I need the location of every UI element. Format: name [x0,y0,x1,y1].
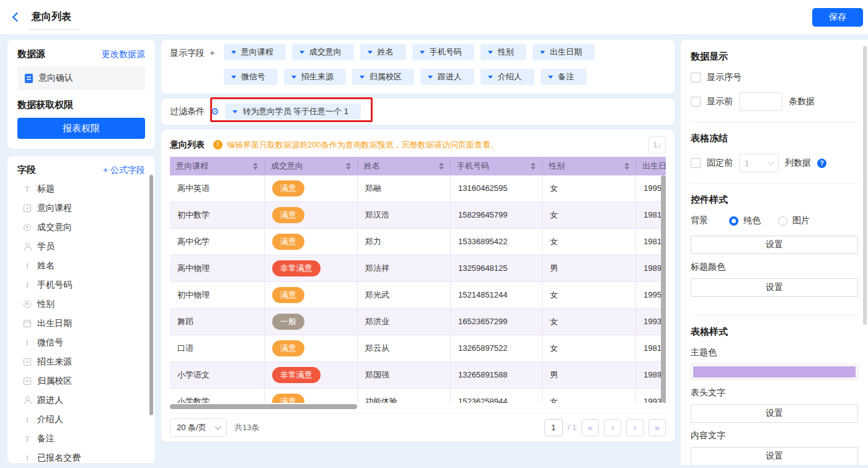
column-header-label: 手机号码 [457,161,489,172]
cell-name: 郑洪业 [358,309,451,335]
theme-color-picker[interactable] [691,364,858,380]
bg-solid-radio[interactable] [729,216,738,226]
report-permission-button[interactable]: 报表权限 [17,118,145,139]
add-display-field-button[interactable]: + [210,47,215,58]
field-item[interactable]: I姓名 [17,256,145,275]
field-item[interactable]: 跟进人 [17,391,145,410]
field-label: 介绍人 [37,414,63,425]
content-text-set-button[interactable]: 设置 [691,447,858,465]
display-field-tag[interactable]: 备注 [541,69,587,85]
header-text-label: 表头文字 [691,387,858,399]
table-style-title: 表格样式 [691,326,858,338]
help-icon[interactable]: ? [817,159,826,168]
table-panel: 意向列表 ! 编辑界面只取数据源前200条作为查询数据预览，完整数据请访问页面查… [161,130,675,441]
show-index-checkbox[interactable] [691,73,701,82]
display-field-tag[interactable]: 跟进人 [420,69,474,85]
fields-title: 字段 [17,164,36,176]
change-datasource-link[interactable]: 更改数据源 [102,49,145,60]
gear-icon[interactable]: ⚙ [211,107,219,117]
sort-arrows-icon[interactable] [531,162,536,170]
prev-page-button[interactable]: ‹ [604,419,621,436]
display-field-tag[interactable]: 意向课程 [224,44,286,60]
field-item[interactable]: 成交意向 [17,218,145,237]
datasource-item[interactable]: 意向确认 [17,66,145,90]
sort-arrows-icon[interactable] [253,162,258,170]
field-item[interactable]: 意向课程 [17,198,145,218]
page-number-input[interactable]: 1 [544,419,563,436]
field-item[interactable]: I介绍人 [17,410,145,429]
text-icon: I [24,416,31,423]
back-icon[interactable] [12,12,22,22]
column-header[interactable]: 出生日期 [636,157,666,175]
first-page-button[interactable]: « [582,419,599,436]
sort-arrows-icon[interactable] [439,162,444,170]
column-header[interactable]: 成交意向 [265,157,358,175]
sort-arrows-icon[interactable] [624,162,629,170]
cell-course: 高中化学 [170,229,265,255]
title-color-set-button[interactable]: 设置 [691,278,858,297]
display-field-tag-label: 出生日期 [550,46,582,58]
last-page-button[interactable]: » [649,419,666,436]
display-field-tag[interactable]: 手机号码 [412,44,474,60]
field-item[interactable]: I已报名交费 [17,448,145,463]
person-icon [24,396,31,404]
display-field-tag[interactable]: 微信号 [224,69,278,85]
table-row: 初中数学满意郑汉浩15829645799女1981-06 [170,202,666,229]
add-formula-field-link[interactable]: + 公式字段 [103,165,145,176]
field-item[interactable]: T备注 [17,429,145,448]
freeze-checkbox[interactable] [691,158,701,168]
freeze-count-select[interactable]: 1 [739,154,779,172]
filter-condition-tag[interactable]: 转为意向学员 等于任意一个 1 [225,104,360,120]
field-item[interactable]: 招生来源 [17,352,145,371]
display-field-tag[interactable]: 介绍人 [480,69,534,85]
bg-image-radio[interactable] [778,216,787,226]
cell-course: 初中数学 [170,202,265,229]
cell-gender: 男 [542,362,636,389]
field-item[interactable]: I微信号 [17,333,145,352]
table-vertical-scrollbar[interactable] [661,175,666,402]
warning-text: 编辑界面只取数据源前200条作为查询数据预览，完整数据请访问页面查看。 [227,139,498,151]
display-field-tag[interactable]: 姓名 [360,44,406,60]
show-top-count-input[interactable] [739,92,782,111]
display-field-tag[interactable]: 出生日期 [533,44,595,60]
data-display-title: 数据显示 [691,51,858,63]
display-field-tag[interactable]: 性别 [480,44,526,60]
column-header[interactable]: 手机号码 [451,157,542,175]
background-set-button[interactable]: 设置 [691,236,858,254]
table-horizontal-scrollbar[interactable] [170,404,357,409]
intent-badge: 满意 [272,234,304,250]
field-label: 性别 [37,299,55,310]
filter-label: 过滤条件 [170,106,205,117]
header-text-set-button[interactable]: 设置 [691,404,858,423]
divider [691,121,858,122]
show-top-checkbox[interactable] [691,97,701,107]
left-sidebar: 数据源 更改数据源 意向确认 数据获取权限 报表权限 字段 + 公式字段 T标题… [7,40,155,468]
fields-scrollbar[interactable] [149,175,153,415]
sort-order-button[interactable]: 1↓ [649,136,666,154]
field-item[interactable]: T标题 [17,179,145,198]
chevron-down-icon [299,51,304,54]
display-field-tag[interactable]: 归属校区 [352,69,414,85]
freeze-title: 表格冻结 [691,133,858,144]
theme-color-swatch [693,366,856,377]
column-header[interactable]: 意向课程 [170,157,265,175]
field-item[interactable]: I手机号码 [17,275,145,294]
field-item[interactable]: 出生日期 [17,314,145,333]
table-row: 舞蹈一般郑洪业16523657299女1993-08 [170,309,666,335]
field-item[interactable]: 学员 [17,237,145,256]
chevron-down-icon [232,110,237,113]
display-field-tag[interactable]: 成交意向 [292,44,354,60]
column-header[interactable]: 姓名 [358,157,451,175]
field-item[interactable]: 性别 [17,294,145,314]
settings-scrollbar[interactable] [863,46,867,325]
display-field-tag-label: 介绍人 [498,71,522,82]
field-item[interactable]: 归属校区 [17,371,145,391]
save-button[interactable]: 保存 [812,8,863,27]
chevron-down-icon [360,76,365,79]
display-field-tag[interactable]: 招生来源 [284,69,346,85]
widget-style-title: 控件样式 [691,194,858,206]
page-size-select[interactable]: 20 条/页 [170,418,227,437]
next-page-button[interactable]: › [626,419,644,436]
column-header[interactable]: 性别 [542,157,636,175]
sort-arrows-icon[interactable] [346,162,351,170]
